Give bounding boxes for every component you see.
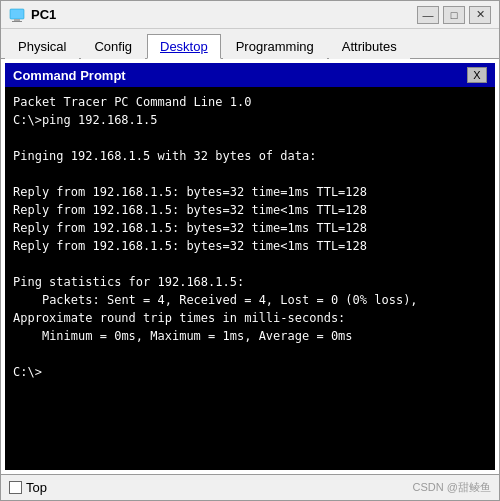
tab-bar: Physical Config Desktop Programming Attr… — [1, 29, 499, 59]
command-prompt-body[interactable]: Packet Tracer PC Command Line 1.0 C:\>pi… — [5, 87, 495, 470]
watermark: CSDN @甜鲮鱼 — [413, 480, 491, 495]
svg-rect-0 — [10, 9, 24, 19]
svg-rect-1 — [14, 19, 20, 21]
title-bar-left: PC1 — [9, 7, 56, 23]
title-bar: PC1 — □ ✕ — [1, 1, 499, 29]
top-checkbox[interactable] — [9, 481, 22, 494]
bottom-bar: Top CSDN @甜鲮鱼 — [1, 474, 499, 500]
main-window: PC1 — □ ✕ Physical Config Desktop Progra… — [0, 0, 500, 501]
svg-rect-2 — [12, 21, 22, 22]
command-prompt-text: Packet Tracer PC Command Line 1.0 C:\>pi… — [13, 93, 487, 381]
command-prompt-close[interactable]: X — [467, 67, 487, 83]
pc-icon — [9, 7, 25, 23]
command-prompt-window: Command Prompt X Packet Tracer PC Comman… — [5, 63, 495, 470]
tab-physical[interactable]: Physical — [5, 34, 79, 59]
tab-desktop[interactable]: Desktop — [147, 34, 221, 59]
title-controls: — □ ✕ — [417, 6, 491, 24]
command-prompt-title: Command Prompt — [13, 68, 126, 83]
window-title: PC1 — [31, 7, 56, 22]
tab-programming[interactable]: Programming — [223, 34, 327, 59]
content-area: Command Prompt X Packet Tracer PC Comman… — [1, 59, 499, 474]
maximize-button[interactable]: □ — [443, 6, 465, 24]
bottom-left: Top — [9, 480, 47, 495]
tab-attributes[interactable]: Attributes — [329, 34, 410, 59]
command-prompt-header: Command Prompt X — [5, 63, 495, 87]
close-button[interactable]: ✕ — [469, 6, 491, 24]
top-label: Top — [26, 480, 47, 495]
minimize-button[interactable]: — — [417, 6, 439, 24]
tab-config[interactable]: Config — [81, 34, 145, 59]
